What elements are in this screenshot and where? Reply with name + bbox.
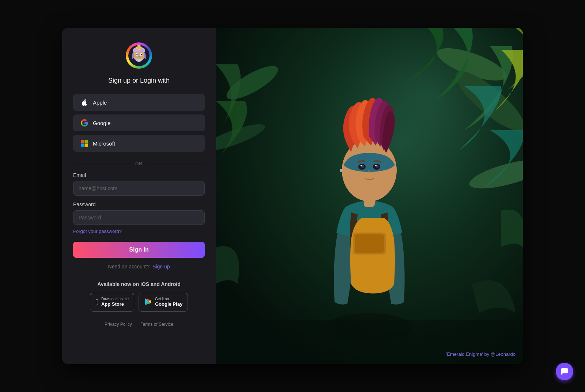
or-divider: OR (73, 161, 205, 166)
svg-rect-32 (355, 234, 384, 253)
signup-title: Sign up or Login with (108, 76, 170, 85)
google-play-large: Google Play (155, 301, 182, 308)
main-container: Sign up or Login with Apple Goo (62, 28, 523, 364)
app-store-large: App Store (101, 301, 129, 308)
microsoft-icon (80, 139, 88, 147)
svg-rect-10 (85, 140, 88, 143)
svg-rect-9 (81, 140, 84, 143)
svg-point-6 (137, 54, 137, 55)
email-input[interactable] (73, 181, 205, 196)
privacy-policy-link[interactable]: Privacy Policy (105, 322, 132, 327)
svg-point-7 (141, 54, 142, 55)
chat-bubble-button[interactable] (556, 363, 573, 380)
sign-in-button[interactable]: Sign in (73, 242, 205, 258)
svg-rect-11 (81, 144, 84, 147)
forgot-password-container: Forgot your password? (73, 228, 205, 234)
google-icon (80, 119, 88, 127)
apple-icon (80, 98, 88, 106)
app-store-button[interactable]:  Download on the App Store (90, 293, 134, 312)
google-signin-button[interactable]: Google (73, 114, 205, 131)
need-account-row: Need an account? Sign up (108, 264, 170, 270)
right-panel: 'Emerald Enigma' by @Leonardo (216, 28, 523, 364)
svg-rect-33 (216, 320, 523, 364)
svg-rect-12 (85, 144, 88, 147)
footer-links: Privacy Policy Terms of Service (105, 322, 173, 327)
svg-point-29 (375, 165, 377, 166)
available-text: Available now on iOS and Android (97, 281, 181, 287)
sign-up-link[interactable]: Sign up (152, 264, 170, 270)
app-store-small: Download on the (101, 297, 129, 301)
caption-text: 'Emerald Enigma' by (446, 351, 491, 357)
password-input[interactable] (73, 210, 205, 225)
apple-signin-button[interactable]: Apple (73, 94, 205, 111)
terms-of-service-link[interactable]: Terms of Service (141, 322, 173, 327)
google-play-small: Get it on (155, 297, 182, 301)
google-play-icon (144, 298, 152, 307)
need-account-text: Need an account? (108, 264, 150, 270)
email-label: Email (73, 172, 205, 178)
apple-btn-label: Apple (93, 99, 107, 106)
left-panel: Sign up or Login with Apple Goo (62, 28, 216, 364)
svg-point-30 (340, 169, 343, 172)
microsoft-signin-button[interactable]: Microsoft (73, 135, 205, 152)
svg-point-28 (361, 165, 362, 166)
google-btn-label: Google (93, 120, 110, 126)
google-play-button[interactable]: Get it on Google Play (139, 293, 188, 312)
apple-store-icon:  (95, 298, 98, 306)
caption-author: @Leonardo (491, 351, 516, 357)
image-caption: 'Emerald Enigma' by @Leonardo (446, 351, 516, 357)
password-label: Password (73, 201, 205, 207)
forgot-password-link[interactable]: Forgot your password? (73, 229, 122, 234)
microsoft-btn-label: Microsoft (93, 140, 115, 147)
app-logo (126, 42, 152, 69)
store-buttons-row:  Download on the App Store (90, 293, 188, 312)
